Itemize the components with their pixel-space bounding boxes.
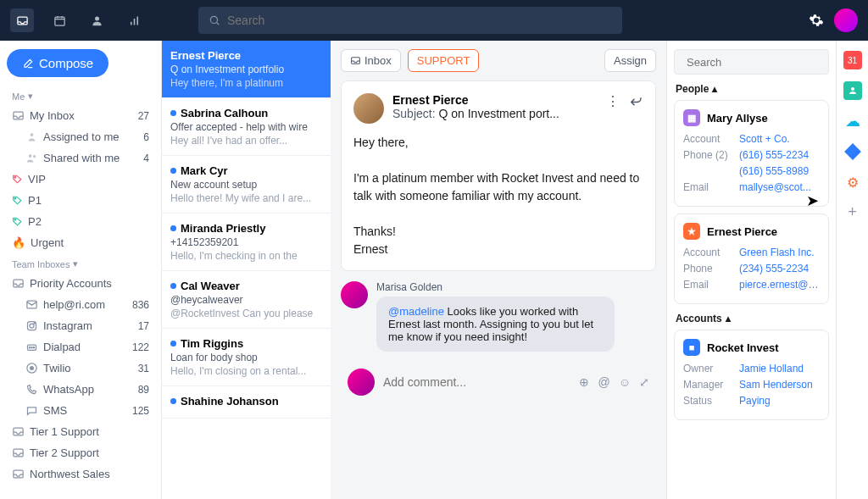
settings-icon[interactable] [809, 13, 824, 28]
app-contacts-icon[interactable] [843, 81, 862, 100]
card-value[interactable]: mallyse@scot... [739, 181, 811, 193]
global-search-input[interactable] [227, 14, 612, 27]
svg-point-5 [31, 133, 34, 136]
nav-contacts-icon[interactable] [85, 8, 108, 32]
inbox-icon [350, 55, 361, 66]
reply-icon[interactable] [628, 93, 643, 109]
message-body: Hey there, I'm a platinum member with Ro… [353, 134, 643, 258]
sidebar-team-dialpad[interactable]: Dialpad122 [7, 336, 154, 358]
thread-item[interactable]: Sabrina CalhounOffer accepted - help wit… [162, 98, 331, 156]
sidebar-team-priority-accounts[interactable]: Priority Accounts [7, 273, 154, 294]
thread-item[interactable]: Shahine Johanson [162, 386, 331, 419]
app-calendar-icon[interactable]: 31 [843, 51, 862, 69]
context-search-input[interactable] [687, 56, 829, 69]
assign-button[interactable]: Assign [604, 49, 656, 72]
sidebar-tag-vip[interactable]: VIP [7, 169, 154, 190]
svg-point-6 [29, 154, 32, 158]
svg-point-10 [14, 219, 16, 221]
sidebar-tier-2-support[interactable]: Tier 2 Support [7, 442, 154, 463]
svg-point-3 [210, 16, 217, 23]
sidebar-team-instagram[interactable]: Instagram17 [7, 315, 154, 336]
comment-author: Marisa Golden [376, 281, 656, 293]
thread-item[interactable]: Ernest PierceQ on Investment portfolioHe… [162, 41, 331, 98]
expand-icon[interactable]: ⤢ [639, 375, 649, 389]
add-app-icon[interactable]: + [848, 203, 857, 221]
unread-dot-icon [170, 398, 176, 404]
sidebar-team-help-ri-com[interactable]: help@ri.com836 [7, 294, 154, 315]
inbox-icon [12, 109, 25, 122]
person-card[interactable]: ★Ernest PierceAccountGreen Flash Inc.Pho… [674, 213, 829, 304]
svg-point-14 [30, 324, 34, 328]
account-card[interactable]: ■Rocket InvestOwnerJamie HollandManagerS… [674, 330, 829, 420]
svg-point-15 [34, 323, 35, 324]
app-salesforce-icon[interactable]: ☁ [843, 112, 862, 130]
sidebar-team-twilio[interactable]: Twilio31 [7, 358, 154, 379]
accounts-section-header[interactable]: Accounts▴ [676, 313, 827, 324]
top-navigation-bar [0, 0, 868, 41]
conversation-pane: Inbox SUPPORT Assign Ernest Pierce Subje… [331, 41, 666, 499]
user-avatar[interactable] [834, 8, 858, 32]
card-value[interactable]: Green Flash Inc. [739, 247, 815, 258]
more-icon[interactable]: ⋮ [606, 93, 620, 109]
nav-analytics-icon[interactable] [122, 8, 146, 32]
add-icon[interactable]: ⊕ [579, 375, 589, 389]
svg-point-27 [851, 87, 854, 91]
comment-input[interactable] [383, 375, 570, 389]
card-value[interactable]: Sam Henderson [739, 379, 813, 391]
svg-point-17 [29, 347, 30, 348]
card-value[interactable]: Paying [739, 395, 771, 407]
sidebar-northwest-sales[interactable]: Northwest Sales [7, 463, 154, 485]
sidebar-tag-p1[interactable]: P1 [7, 190, 154, 211]
internal-comment: Marisa Golden @madeline Looks like you w… [341, 281, 656, 352]
svg-point-9 [14, 198, 16, 200]
chevron-down-icon: ▾ [73, 258, 78, 269]
context-search[interactable] [674, 49, 829, 75]
sidebar-section-team[interactable]: Team Inboxes▾ [7, 253, 154, 273]
sidebar-shared-with-me[interactable]: Shared with me4 [7, 147, 154, 169]
sidebar-tier-1-support[interactable]: Tier 1 Support [7, 421, 154, 442]
nav-inbox-icon[interactable] [10, 8, 34, 32]
person-icon [25, 130, 38, 143]
card-value[interactable]: pierce.ernest@gr... [739, 279, 820, 291]
card-badge-icon: ★ [683, 223, 700, 240]
mention-icon[interactable]: @ [598, 375, 609, 389]
sidebar-urgent[interactable]: 🔥Urgent [7, 232, 154, 253]
sidebar-section-me[interactable]: Me▾ [7, 86, 154, 105]
current-user-avatar [348, 369, 375, 396]
mention[interactable]: @madeline [388, 305, 444, 318]
message-from: Ernest Pierce [392, 93, 559, 107]
person-card[interactable]: ▦Mary AllyseAccountScott + Co.Phone (2)(… [674, 100, 829, 207]
card-value[interactable]: Scott + Co. [739, 133, 790, 145]
thread-item[interactable]: Mark CyrNew account setupHello there! My… [162, 156, 331, 213]
people-section-header[interactable]: People▴ [676, 83, 827, 95]
thread-item[interactable]: Miranda Priestly+14152359201Hello, I'm c… [162, 213, 331, 271]
sidebar-assigned-to-me[interactable]: Assigned to me6 [7, 126, 154, 147]
svg-point-19 [33, 347, 34, 348]
card-value[interactable]: (234) 555-2234 [739, 263, 809, 274]
people-icon [25, 152, 38, 164]
sidebar-tag-p2[interactable]: P2 [7, 211, 154, 232]
card-value[interactable]: Jamie Holland [739, 363, 804, 374]
chevron-up-icon: ▴ [712, 83, 717, 95]
nav-calendar-icon[interactable] [47, 8, 71, 32]
card-value[interactable]: (616) 555-2234 [739, 149, 809, 161]
search-icon [209, 14, 220, 26]
chevron-down-icon: ▾ [28, 91, 33, 102]
inbox-pill[interactable]: Inbox [341, 49, 401, 72]
compose-button[interactable]: Compose [7, 49, 108, 77]
card-value[interactable]: (616) 555-8989 [683, 165, 809, 177]
thread-item[interactable]: Cal Weaver@heycalweaver@RocketInvest Can… [162, 271, 331, 329]
global-search[interactable] [198, 7, 622, 34]
sidebar-team-sms[interactable]: SMS125 [7, 400, 154, 421]
app-hubspot-icon[interactable]: ⚙ [843, 173, 862, 191]
sidebar-my-inbox[interactable]: My Inbox27 [7, 105, 154, 126]
comment-composer: ⊕ @ ☺ ⤢ [341, 362, 656, 402]
svg-point-18 [31, 347, 32, 348]
left-sidebar: Compose Me▾ My Inbox27 Assigned to me6 S… [0, 41, 161, 499]
fire-icon: 🔥 [12, 236, 25, 249]
support-tag-pill[interactable]: SUPPORT [408, 49, 480, 72]
thread-item[interactable]: Tim RigginsLoan for body shopHello, I'm … [162, 329, 331, 386]
app-jira-icon[interactable] [843, 142, 862, 161]
sidebar-team-whatsapp[interactable]: WhatsApp89 [7, 379, 154, 400]
emoji-icon[interactable]: ☺ [619, 375, 631, 389]
